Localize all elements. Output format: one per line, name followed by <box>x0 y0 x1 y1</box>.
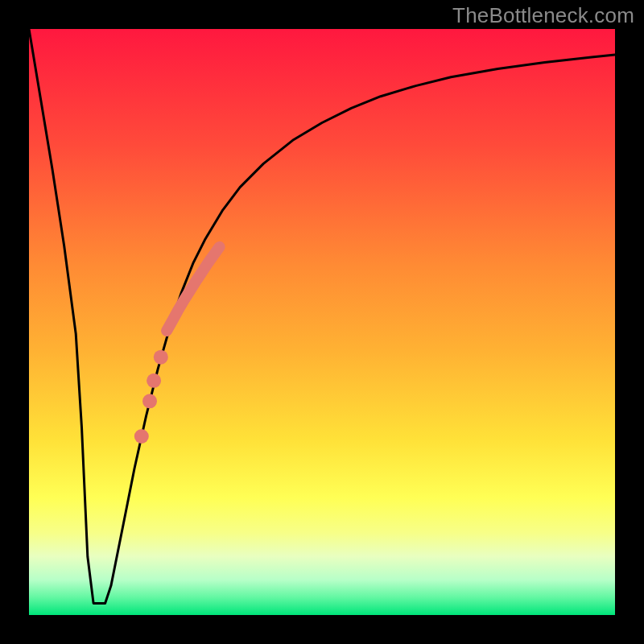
marker-dot <box>147 374 161 388</box>
marker-dot <box>142 394 157 408</box>
marker-dot <box>154 350 168 365</box>
chart-svg <box>0 0 644 644</box>
marker-dot <box>134 429 149 444</box>
bottleneck-chart: TheBottleneck.com <box>0 0 644 644</box>
watermark-text: TheBottleneck.com <box>452 3 634 28</box>
plot-background <box>29 29 615 615</box>
